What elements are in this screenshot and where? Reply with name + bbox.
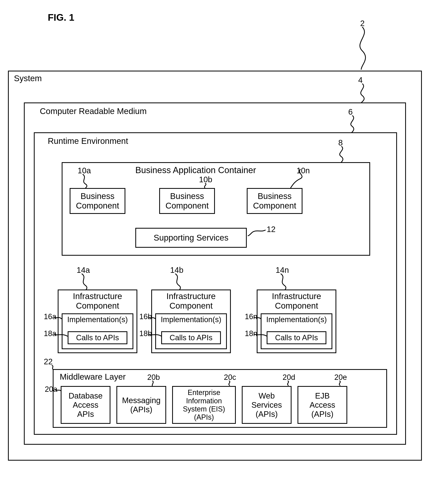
label-calls-n: Calls to APIs xyxy=(275,333,318,342)
label-impl-n: Implementation(s) xyxy=(261,315,332,324)
label-infra-a: InfrastructureComponent xyxy=(58,292,137,311)
ref-14a: 14a xyxy=(77,266,90,274)
ref-22: 22 xyxy=(44,357,53,366)
label-middleware: Middleware Layer xyxy=(60,372,126,382)
ref-20b: 20b xyxy=(147,373,160,382)
label-eis: EnterpriseInformationSystem (EIS)(APIs) xyxy=(183,388,225,421)
label-medium: Computer Readable Medium xyxy=(40,107,147,116)
figure-title: FIG. 1 xyxy=(48,12,430,23)
box-ejb: EJBAccess(APIs) xyxy=(297,386,347,424)
label-biz-b: BusinessComponent xyxy=(165,191,208,211)
box-calls-b: Calls to APIs xyxy=(161,331,221,344)
ref-8: 8 xyxy=(338,138,343,147)
label-runtime: Runtime Environment xyxy=(48,136,128,146)
label-system: System xyxy=(14,74,42,83)
label-calls-a: Calls to APIs xyxy=(76,333,119,342)
box-eis: EnterpriseInformationSystem (EIS)(APIs) xyxy=(172,386,236,424)
ref-14b: 14b xyxy=(170,266,184,274)
diagram-canvas: 2 System 4 Computer Readable Medium 6 Ru… xyxy=(8,31,426,469)
ref-12: 12 xyxy=(267,225,276,234)
ref-14n: 14n xyxy=(276,266,289,274)
label-db: DatabaseAccessAPIs xyxy=(68,391,102,419)
ref-20c: 20c xyxy=(224,373,236,382)
ref-20d: 20d xyxy=(283,373,295,382)
label-impl-b: Implementation(s) xyxy=(155,315,227,324)
box-biz-a: BusinessComponent xyxy=(70,188,125,214)
box-web: WebServices(APIs) xyxy=(242,386,292,424)
label-ejb: EJBAccess(APIs) xyxy=(310,391,335,419)
label-supporting: Supporting Services xyxy=(154,233,229,242)
label-infra-n: InfrastructureComponent xyxy=(257,292,336,311)
box-supporting: Supporting Services xyxy=(135,228,247,248)
label-container: Business Application Container xyxy=(135,165,256,175)
ref-20e: 20e xyxy=(334,373,347,382)
box-msg: Messaging(APIs) xyxy=(116,386,166,424)
label-infra-b: InfrastructureComponent xyxy=(151,292,231,311)
label-msg: Messaging(APIs) xyxy=(122,396,160,414)
box-biz-b: BusinessComponent xyxy=(159,188,215,214)
box-calls-n: Calls to APIs xyxy=(267,331,326,344)
ref-10b: 10b xyxy=(199,175,212,184)
box-biz-n: BusinessComponent xyxy=(247,188,303,214)
label-biz-a: BusinessComponent xyxy=(76,191,119,211)
box-calls-a: Calls to APIs xyxy=(68,331,127,344)
ref-2: 2 xyxy=(360,19,365,28)
ref-10a: 10a xyxy=(78,166,91,175)
box-db: DatabaseAccessAPIs xyxy=(61,386,110,424)
label-biz-n: BusinessComponent xyxy=(253,191,296,211)
label-web: WebServices(APIs) xyxy=(251,391,282,419)
label-impl-a: Implementation(s) xyxy=(62,315,133,324)
ref-4: 4 xyxy=(358,76,362,85)
label-calls-b: Calls to APIs xyxy=(170,333,212,342)
ref-6: 6 xyxy=(348,108,353,116)
